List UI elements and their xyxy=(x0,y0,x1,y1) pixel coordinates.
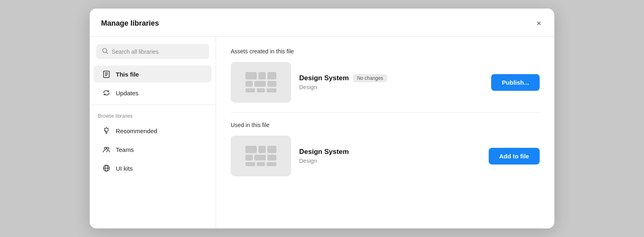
updates-label: Updates xyxy=(116,90,139,97)
sidebar-item-updates[interactable]: Updates xyxy=(94,84,212,101)
ui-kits-label: UI kits xyxy=(116,165,133,172)
library-item-design-system-2: Design System Design Add to file xyxy=(231,136,540,176)
sidebar-item-ui-kits[interactable]: UI kits xyxy=(94,160,212,177)
manage-libraries-modal: Manage libraries × Search all libraries xyxy=(90,9,554,228)
assets-section-heading: Assets created in this file xyxy=(231,48,540,55)
publish-button[interactable]: Publish... xyxy=(491,74,540,91)
svg-point-7 xyxy=(107,147,109,149)
modal-header: Manage libraries × xyxy=(90,9,554,37)
svg-line-4 xyxy=(108,128,108,129)
bulb-icon xyxy=(102,126,111,135)
sidebar-item-this-file[interactable]: This file xyxy=(94,66,212,83)
library-name-1: Design System xyxy=(299,74,349,82)
library-info-1: Design System No changes Design xyxy=(299,74,483,90)
svg-line-5 xyxy=(105,128,105,129)
modal-body: Search all libraries This file xyxy=(90,37,554,228)
used-section-heading: Used in this file xyxy=(231,122,540,128)
search-bar[interactable]: Search all libraries xyxy=(96,44,209,59)
search-placeholder: Search all libraries xyxy=(112,48,159,55)
teams-icon xyxy=(102,145,111,154)
library-thumbnail-2 xyxy=(231,136,291,176)
browse-libraries-label: Browse libraries xyxy=(90,108,216,121)
library-sub-2: Design xyxy=(299,158,481,164)
sidebar-item-recommended[interactable]: Recommended xyxy=(94,122,212,139)
library-name-2: Design System xyxy=(299,148,349,156)
book-icon xyxy=(102,70,111,79)
section-separator xyxy=(231,112,540,113)
modal-title: Manage libraries xyxy=(101,19,159,28)
library-sub-1: Design xyxy=(299,84,483,90)
library-item-design-system-1: Design System No changes Design Publish.… xyxy=(231,62,540,103)
library-info-2: Design System Design xyxy=(299,148,481,164)
globe-icon xyxy=(102,164,111,173)
sidebar-divider-1 xyxy=(90,105,216,105)
no-changes-badge: No changes xyxy=(353,74,387,82)
teams-label: Teams xyxy=(116,146,134,153)
close-button[interactable]: × xyxy=(535,18,543,29)
refresh-icon xyxy=(102,88,111,97)
library-name-row-2: Design System xyxy=(299,148,481,156)
sidebar-item-teams[interactable]: Teams xyxy=(94,141,212,158)
sidebar: Search all libraries This file xyxy=(90,37,216,228)
main-content: Assets created in this file xyxy=(216,37,554,228)
add-to-file-button[interactable]: Add to file xyxy=(489,148,540,165)
search-icon xyxy=(102,48,108,55)
recommended-label: Recommended xyxy=(116,127,157,134)
svg-point-6 xyxy=(104,147,106,149)
svg-line-1 xyxy=(106,52,108,54)
this-file-label: This file xyxy=(116,71,139,78)
library-name-row-1: Design System No changes xyxy=(299,74,483,82)
library-thumbnail-1 xyxy=(231,62,291,103)
